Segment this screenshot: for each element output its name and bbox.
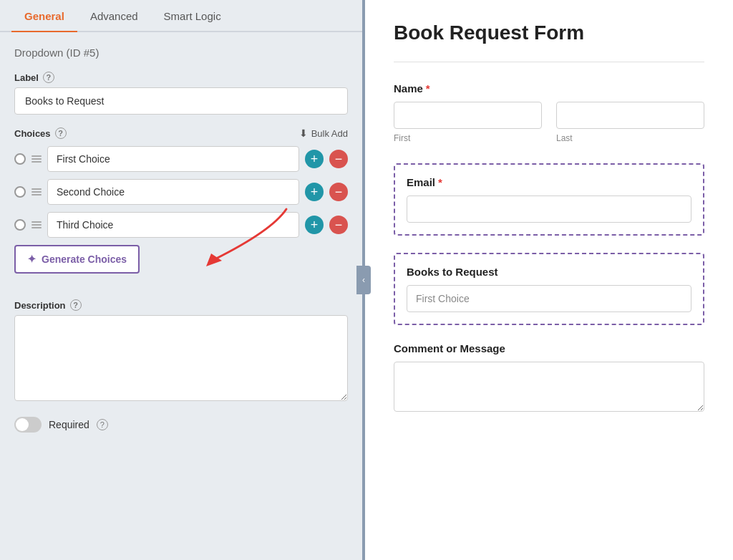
choice-input-2[interactable] bbox=[47, 179, 299, 205]
label-field-group: Label ? bbox=[14, 72, 348, 115]
description-help-icon[interactable]: ? bbox=[70, 299, 82, 311]
choices-help-icon[interactable]: ? bbox=[55, 127, 67, 139]
choice-add-btn-2[interactable]: + bbox=[305, 183, 324, 201]
name-required-star: * bbox=[426, 82, 430, 95]
books-dropdown[interactable]: First Choice First Choice Second Choice … bbox=[407, 285, 691, 312]
choice-add-btn-3[interactable]: + bbox=[305, 216, 324, 234]
choice-remove-btn-2[interactable]: − bbox=[329, 183, 348, 201]
svg-marker-0 bbox=[206, 254, 222, 266]
choice-row-1: + − bbox=[14, 146, 348, 172]
email-input[interactable] bbox=[407, 195, 691, 223]
comment-field-label: Comment or Message bbox=[394, 342, 704, 354]
choice-row-2: + − bbox=[14, 179, 348, 205]
required-help-icon[interactable]: ? bbox=[97, 419, 108, 430]
description-label: Description ? bbox=[14, 299, 348, 311]
comment-field: Comment or Message bbox=[394, 342, 704, 415]
choices-label: Choices ? bbox=[14, 127, 67, 139]
books-section: Books to Request First Choice First Choi… bbox=[394, 253, 704, 325]
choice-add-btn-1[interactable]: + bbox=[305, 150, 324, 168]
first-name-label: First bbox=[394, 133, 542, 143]
choices-header: Choices ? ⬇ Bulk Add bbox=[14, 127, 348, 139]
choice-remove-btn-3[interactable]: − bbox=[329, 216, 348, 234]
required-label: Required bbox=[49, 419, 89, 430]
choice-remove-btn-1[interactable]: − bbox=[329, 150, 348, 168]
first-name-field: First bbox=[394, 102, 542, 143]
required-toggle[interactable] bbox=[14, 417, 42, 433]
collapse-icon: ‹ bbox=[362, 275, 365, 285]
name-field-label: Name * bbox=[394, 82, 704, 95]
email-section: Email * bbox=[394, 163, 704, 236]
last-name-field: Last bbox=[556, 102, 704, 143]
email-field-label: Email * bbox=[407, 176, 691, 188]
tab-smart-logic[interactable]: Smart Logic bbox=[151, 0, 234, 32]
comment-textarea[interactable] bbox=[394, 362, 704, 412]
drag-handle-2[interactable] bbox=[31, 188, 42, 195]
form-title: Book Request Form bbox=[394, 21, 704, 44]
last-name-input[interactable] bbox=[556, 102, 704, 129]
books-field-label: Books to Request bbox=[407, 266, 691, 278]
description-field-group: Description ? bbox=[14, 299, 348, 404]
sparkle-icon: ✦ bbox=[27, 253, 37, 266]
form-divider bbox=[394, 62, 704, 62]
dropdown-title: Dropdown (ID #5) bbox=[14, 47, 348, 59]
name-row: First Last bbox=[394, 102, 704, 143]
tab-advanced[interactable]: Advanced bbox=[77, 0, 151, 32]
last-name-label: Last bbox=[556, 133, 704, 143]
name-field: Name * First Last bbox=[394, 82, 704, 143]
choice-radio-3[interactable] bbox=[14, 219, 26, 231]
choice-row-3: + − bbox=[14, 212, 348, 238]
email-required-star: * bbox=[438, 176, 442, 188]
choice-radio-1[interactable] bbox=[14, 153, 26, 165]
bulk-add-icon: ⬇ bbox=[299, 127, 308, 139]
bulk-add-button[interactable]: ⬇ Bulk Add bbox=[299, 127, 348, 139]
drag-handle-1[interactable] bbox=[31, 155, 42, 163]
left-panel: General Advanced Smart Logic Dropdown (I… bbox=[0, 0, 365, 560]
choice-input-3[interactable] bbox=[47, 212, 299, 238]
first-name-input[interactable] bbox=[394, 102, 542, 129]
label-help-icon[interactable]: ? bbox=[43, 72, 54, 83]
right-panel: Book Request Form Name * First Last Emai… bbox=[365, 0, 733, 560]
tabs-bar: General Advanced Smart Logic bbox=[0, 0, 362, 32]
tab-general[interactable]: General bbox=[11, 0, 77, 32]
left-content: Dropdown (ID #5) Label ? Choices ? ⬇ Bul… bbox=[0, 32, 362, 560]
description-textarea[interactable] bbox=[14, 315, 348, 401]
label-field-label: Label ? bbox=[14, 72, 348, 83]
label-input[interactable] bbox=[14, 87, 348, 115]
required-row: Required ? bbox=[14, 417, 348, 433]
choice-radio-2[interactable] bbox=[14, 186, 26, 198]
choice-input-1[interactable] bbox=[47, 146, 299, 172]
generate-choices-button[interactable]: ✦ Generate Choices bbox=[14, 245, 140, 274]
collapse-handle[interactable]: ‹ bbox=[356, 266, 371, 294]
drag-handle-3[interactable] bbox=[31, 221, 42, 228]
